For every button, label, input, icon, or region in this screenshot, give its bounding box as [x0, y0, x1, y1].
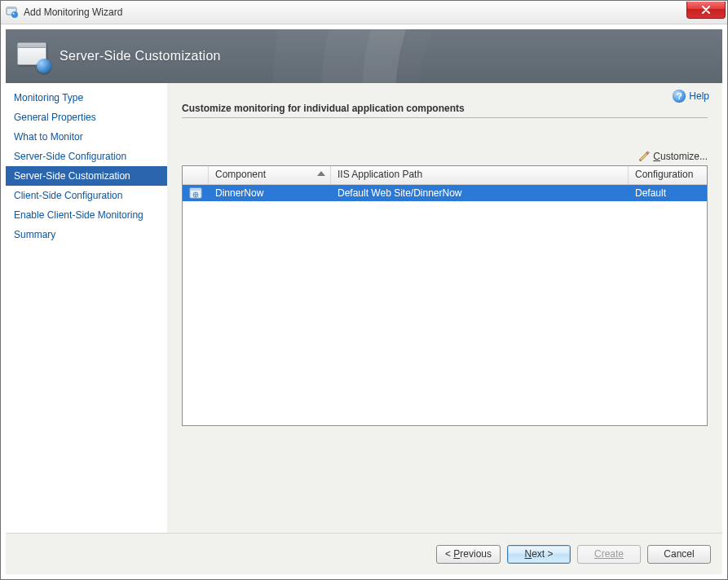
titlebar: Add Monitoring Wizard	[1, 1, 727, 24]
grid-header: Component IIS Application Path Configura…	[183, 166, 707, 185]
grid-column-configuration[interactable]: Configuration	[629, 166, 707, 184]
header-icon	[17, 42, 50, 70]
sidebar-item-general-properties[interactable]: General Properties	[6, 108, 167, 127]
next-button[interactable]: Next >	[507, 545, 571, 564]
sidebar-item-server-side-customization[interactable]: Server-Side Customization	[6, 166, 167, 186]
help-label: Help	[689, 90, 709, 102]
svg-rect-1	[7, 7, 16, 9]
grid-column-icon[interactable]	[183, 166, 209, 184]
section-title: Customize monitoring for individual appl…	[182, 103, 708, 118]
row-component: DinnerNow	[209, 187, 331, 199]
cancel-button[interactable]: Cancel	[647, 545, 711, 564]
grid-column-component[interactable]: Component	[209, 166, 331, 184]
grid-body: DinnerNow Default Web Site/DinnerNow Def…	[183, 185, 707, 425]
customize-link[interactable]: Customize...	[653, 151, 708, 162]
help-icon: ?	[673, 90, 686, 103]
grid-column-path[interactable]: IIS Application Path	[331, 166, 629, 184]
wizard-step-title: Server-Side Customization	[60, 49, 221, 64]
wizard-footer: < Previous Next > Create Cancel	[6, 533, 722, 574]
wizard-window: Add Monitoring Wizard Server-Side Custom…	[0, 0, 728, 580]
svg-point-2	[11, 11, 18, 18]
svg-point-3	[13, 13, 15, 15]
components-grid: Component IIS Application Path Configura…	[182, 165, 708, 426]
create-button: Create	[577, 545, 641, 564]
sidebar-item-monitoring-type[interactable]: Monitoring Type	[6, 88, 167, 108]
svg-rect-5	[190, 188, 201, 191]
sidebar-item-server-side-configuration[interactable]: Server-Side Configuration	[6, 147, 167, 166]
wizard-header: Server-Side Customization	[6, 29, 722, 83]
row-configuration: Default	[629, 187, 707, 199]
row-icon	[183, 187, 209, 200]
sidebar-item-client-side-configuration[interactable]: Client-Side Configuration	[6, 186, 167, 205]
window-close-button[interactable]	[686, 2, 726, 19]
sidebar-item-summary[interactable]: Summary	[6, 225, 167, 244]
sort-ascending-icon	[317, 171, 325, 176]
wizard-content: ? Help Customize monitoring for individu…	[167, 83, 722, 533]
window-title: Add Monitoring Wizard	[24, 7, 686, 18]
sidebar-item-what-to-monitor[interactable]: What to Monitor	[6, 127, 167, 147]
previous-button[interactable]: < Previous	[436, 545, 501, 564]
pencil-icon	[638, 151, 650, 162]
grid-row[interactable]: DinnerNow Default Web Site/DinnerNow Def…	[183, 185, 707, 201]
close-icon	[701, 6, 711, 14]
wizard-body: Monitoring Type General Properties What …	[6, 83, 722, 533]
sidebar-item-enable-client-side-monitoring[interactable]: Enable Client-Side Monitoring	[6, 205, 167, 225]
wizard-sidebar: Monitoring Type General Properties What …	[6, 83, 167, 533]
app-icon	[6, 6, 19, 19]
grid-column-component-label: Component	[215, 169, 266, 180]
help-link[interactable]: ? Help	[167, 83, 722, 103]
web-app-icon	[189, 187, 202, 200]
row-path: Default Web Site/DinnerNow	[331, 187, 629, 199]
